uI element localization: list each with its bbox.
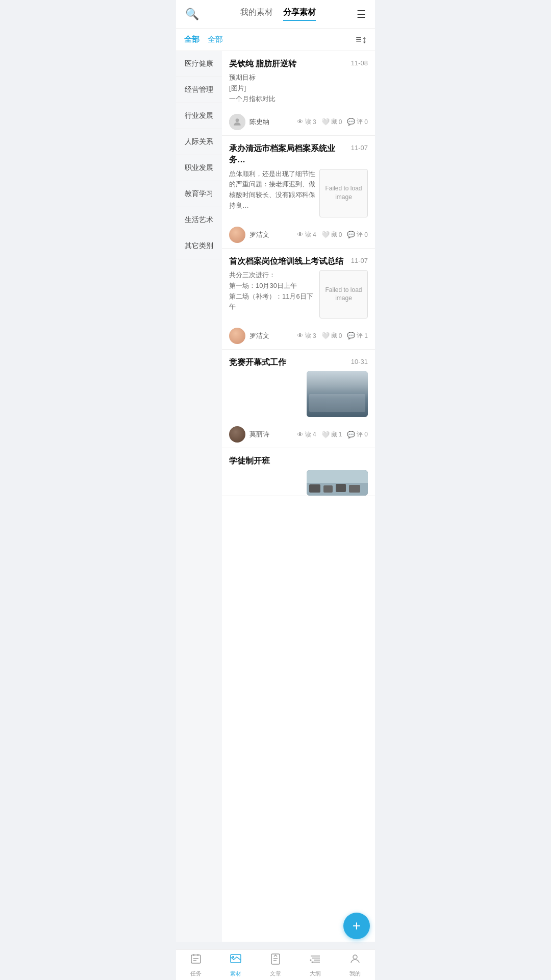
- list-item-title: 承办清远市档案局档案系统业务…: [229, 143, 347, 166]
- list-item-date: 11-08: [351, 59, 368, 67]
- save-count: 0: [339, 231, 342, 238]
- sidebar-item-career[interactable]: 职业发展: [176, 155, 222, 181]
- read-label: 读: [305, 230, 311, 239]
- filter-icon[interactable]: ☰: [357, 8, 366, 20]
- list-item-body: 共分三次进行： 第一场：10月30日上午 第二场（补考）：11月6日下午 Fai…: [229, 270, 368, 318]
- read-count: 3: [313, 118, 316, 126]
- read-stat: 👁 读 3: [297, 117, 316, 126]
- svg-rect-17: [323, 485, 333, 493]
- eye-icon: 👁: [297, 118, 304, 126]
- save-count: 1: [339, 431, 342, 438]
- list-item[interactable]: 吴钦纯 脂肪肝逆转 11-08 预期目标 [图片] 一个月指标对比 陈史纳: [222, 51, 375, 136]
- list-item[interactable]: 学徒制开班: [222, 448, 375, 496]
- failed-image-label: Failed to load image: [320, 184, 367, 202]
- read-stat: 👁 读 4: [297, 230, 316, 239]
- svg-point-12: [339, 398, 346, 401]
- list-item-footer: 罗洁文 👁 读 4 🤍 藏 0 💬 评 0: [229, 223, 368, 248]
- author-name: 陈史纳: [249, 117, 293, 127]
- svg-point-13: [354, 398, 362, 402]
- comment-count: 0: [364, 231, 368, 238]
- list-item-header: 学徒制开班: [229, 455, 368, 467]
- header: 🔍 我的素材 分享素材 ☰: [176, 0, 375, 29]
- list-item-title: 竞赛开幕式工作: [229, 357, 347, 368]
- footer-stats: 👁 读 4 🤍 藏 1 💬 评 0: [297, 430, 368, 439]
- room-scene-image: [307, 371, 368, 417]
- read-stat: 👁 读 3: [297, 331, 316, 340]
- save-label: 藏: [331, 331, 337, 340]
- svg-rect-1: [307, 371, 368, 417]
- comment-label: 评: [357, 230, 363, 239]
- sub-header: 全部 全部 ≡↕: [176, 29, 375, 51]
- list-item[interactable]: 首次档案岗位培训线上考试总结 11-07 共分三次进行： 第一场：10月30日上…: [222, 249, 375, 350]
- tab-my-material[interactable]: 我的素材: [240, 7, 273, 21]
- svg-rect-4: [319, 375, 355, 387]
- list-item-date: 10-31: [351, 358, 368, 365]
- svg-rect-19: [349, 485, 360, 493]
- svg-rect-8: [337, 400, 348, 410]
- sidebar-item-other[interactable]: 其它类别: [176, 233, 222, 259]
- list-item-text: [229, 371, 303, 417]
- avatar: [229, 426, 245, 443]
- svg-rect-16: [309, 484, 320, 493]
- read-label: 读: [305, 117, 311, 126]
- list-item-footer: 罗洁文 👁 读 3 🤍 藏 0 💬 评 1: [229, 324, 368, 349]
- sidebar-item-medical[interactable]: 医疗健康: [176, 51, 222, 77]
- list-item-footer: 陈史纳 👁 读 3 🤍 藏 0 💬 评 0: [229, 110, 368, 135]
- author-name: 罗洁文: [249, 230, 293, 239]
- comment-count: 0: [364, 118, 368, 126]
- comment-stat: 💬 评 0: [347, 230, 368, 239]
- svg-rect-9: [351, 401, 364, 411]
- list-item-text: 预期目标 [图片] 一个月指标对比: [229, 72, 368, 104]
- save-count: 0: [339, 332, 342, 339]
- save-stat: 🤍 藏 0: [321, 230, 342, 239]
- sidebar-item-relations[interactable]: 人际关系: [176, 129, 222, 155]
- comment-label: 评: [357, 430, 363, 439]
- read-stat: 👁 读 4: [297, 430, 316, 439]
- list-item[interactable]: 竞赛开幕式工作 10-31: [222, 350, 375, 448]
- footer-stats: 👁 读 4 🤍 藏 0 💬 评 0: [297, 230, 368, 239]
- footer-stats: 👁 读 3 🤍 藏 0 💬 评 1: [297, 331, 368, 340]
- comment-icon: 💬: [347, 431, 355, 438]
- save-label: 藏: [331, 117, 337, 126]
- comment-stat: 💬 评 0: [347, 430, 368, 439]
- list-item[interactable]: 承办清远市档案局档案系统业务… 11-07 总体顺利，还是出现了细节性的严重问题…: [222, 136, 375, 249]
- comment-icon: 💬: [347, 231, 355, 238]
- search-icon[interactable]: 🔍: [185, 8, 199, 21]
- list-item-image: [307, 470, 368, 496]
- comment-label: 评: [357, 117, 363, 126]
- list-item-body: [229, 470, 368, 496]
- author-name: 罗洁文: [249, 331, 293, 340]
- sidebar-item-management[interactable]: 经营管理: [176, 77, 222, 103]
- header-tabs: 我的素材 分享素材: [240, 7, 316, 21]
- list-item-title: 首次档案岗位培训线上考试总结: [229, 256, 347, 267]
- sidebar-item-industry[interactable]: 行业发展: [176, 103, 222, 129]
- read-count: 3: [313, 332, 316, 339]
- svg-rect-5: [307, 399, 368, 417]
- svg-point-0: [236, 118, 239, 122]
- svg-rect-18: [336, 484, 346, 492]
- sidebar-item-education[interactable]: 教育学习: [176, 181, 222, 207]
- comment-count: 1: [364, 332, 368, 339]
- comment-icon: 💬: [347, 118, 355, 126]
- save-stat: 🤍 藏 0: [321, 117, 342, 126]
- heart-icon: 🤍: [321, 431, 330, 438]
- save-stat: 🤍 藏 0: [321, 331, 342, 340]
- save-stat: 🤍 藏 1: [321, 430, 342, 439]
- sidebar: 医疗健康 经营管理 行业发展 人际关系 职业发展 教育学习 生活艺术 其它类别: [176, 51, 222, 942]
- avatar-placeholder: [229, 114, 245, 130]
- sub-filter-2[interactable]: 全部: [208, 35, 223, 44]
- list-view-icon[interactable]: ≡↕: [356, 34, 367, 45]
- add-fab-button[interactable]: +: [343, 913, 370, 939]
- list-item-header: 首次档案岗位培训线上考试总结 11-07: [229, 256, 368, 267]
- heart-icon: 🤍: [321, 332, 330, 339]
- svg-rect-7: [324, 402, 335, 411]
- tab-share-material[interactable]: 分享素材: [283, 7, 316, 21]
- svg-rect-15: [307, 470, 368, 483]
- list-item-body: 总体顺利，还是出现了细节性的严重问题：接老师迟到、做核酸时间较长、没有跟邓科保持…: [229, 169, 368, 217]
- sub-filter-1[interactable]: 全部: [184, 35, 199, 44]
- list-item-image: [307, 371, 368, 417]
- list-item-body: 预期目标 [图片] 一个月指标对比: [229, 72, 368, 104]
- sidebar-item-life[interactable]: 生活艺术: [176, 207, 222, 233]
- comment-icon: 💬: [347, 332, 355, 339]
- avatar: [229, 328, 245, 344]
